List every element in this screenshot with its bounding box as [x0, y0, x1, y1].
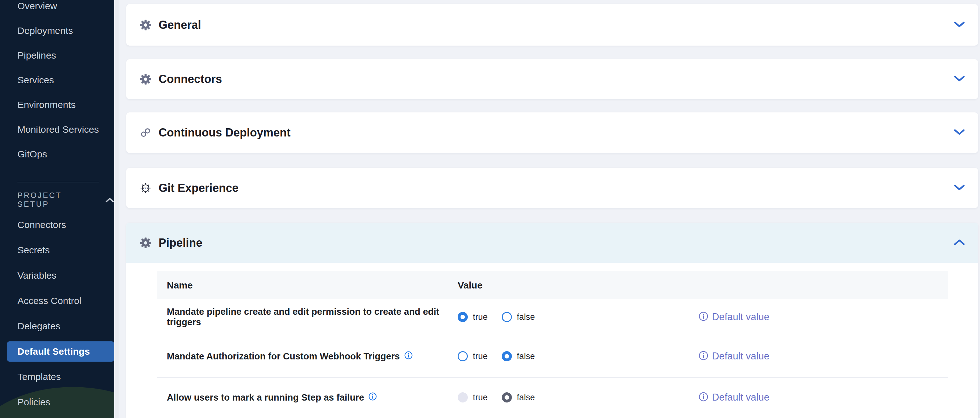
sidebar-item-connectors[interactable]: Connectors: [0, 212, 114, 238]
sidebar-item-services[interactable]: Services: [0, 68, 114, 92]
default-value-link[interactable]: Default value: [699, 350, 948, 362]
sidebar-item-delegates[interactable]: Delegates: [0, 314, 114, 339]
sidebar-item-gitops[interactable]: GitOps: [0, 142, 114, 166]
sidebar-item-secrets[interactable]: Secrets: [0, 238, 114, 263]
sidebar-group-project-setup[interactable]: PROJECT SETUP: [0, 187, 114, 212]
pipeline-settings-table: Name Value Mandate pipeline create and e…: [126, 263, 978, 417]
section-title: Continuous Deployment: [159, 126, 291, 139]
sidebar: Overview Deployments Pipelines Services …: [0, 0, 114, 418]
sidebar-item-templates[interactable]: Templates: [0, 364, 114, 390]
radio-false[interactable]: [502, 312, 512, 322]
section-pipeline: Pipeline Name Value Mandate pipeline cre…: [126, 223, 978, 418]
radio-true[interactable]: [458, 351, 468, 361]
setting-name: Mandate Authorization for Custom Webhook…: [167, 351, 458, 362]
section-git-experience: </> Git Experience: [126, 168, 978, 208]
sidebar-divider: [18, 182, 99, 182]
setting-value-radios: true false: [458, 312, 699, 322]
chevron-up-icon: [105, 196, 114, 204]
table-header-row: Name Value: [157, 271, 948, 299]
section-title: Pipeline: [159, 236, 202, 250]
gear-icon: [140, 19, 151, 31]
gear-icon: [140, 237, 151, 249]
link-rings-icon: [140, 127, 151, 139]
table-row: Mandate Authorization for Custom Webhook…: [157, 335, 948, 378]
section-pipeline-header[interactable]: Pipeline: [126, 223, 978, 263]
chevron-down-icon[interactable]: [954, 184, 965, 192]
info-icon[interactable]: [404, 351, 413, 362]
setting-value-radios: true false: [458, 351, 699, 361]
chevron-down-icon[interactable]: [954, 75, 965, 83]
section-git-experience-header[interactable]: </> Git Experience: [126, 168, 978, 208]
table-row: Mandate pipeline create and edit permiss…: [157, 299, 948, 335]
section-general-header[interactable]: General: [126, 4, 978, 46]
chevron-down-icon[interactable]: [954, 128, 965, 137]
chevron-down-icon[interactable]: [954, 21, 965, 29]
radio-true: [458, 392, 468, 402]
column-header-value: Value: [458, 280, 699, 291]
info-icon[interactable]: [369, 392, 377, 403]
info-icon: [699, 312, 708, 322]
setting-name: Mandate pipeline create and edit permiss…: [167, 307, 458, 328]
radio-true-label: true: [473, 312, 488, 322]
info-icon: [699, 392, 708, 403]
sidebar-item-pipelines[interactable]: Pipelines: [0, 43, 114, 68]
radio-true-label: true: [473, 393, 488, 402]
sidebar-item-deployments[interactable]: Deployments: [0, 18, 114, 43]
section-title: General: [159, 18, 201, 32]
sidebar-item-monitored-services[interactable]: Monitored Services: [0, 117, 114, 142]
sidebar-item-overview[interactable]: Overview: [0, 0, 114, 18]
sidebar-item-default-settings[interactable]: Default Settings: [0, 339, 114, 364]
section-title: Git Experience: [159, 182, 239, 195]
section-connectors-header[interactable]: Connectors: [126, 59, 978, 99]
setting-name: Allow users to mark a running Step as fa…: [167, 392, 458, 403]
section-general: General: [126, 4, 978, 46]
radio-false[interactable]: [502, 351, 512, 361]
info-icon: [699, 351, 708, 362]
default-value-link[interactable]: Default value: [699, 311, 948, 323]
sidebar-item-environments[interactable]: Environments: [0, 92, 114, 117]
radio-true[interactable]: [458, 312, 468, 322]
section-continuous-deployment: Continuous Deployment: [126, 112, 978, 153]
default-value-link[interactable]: Default value: [699, 392, 948, 403]
radio-false-label: false: [517, 352, 535, 361]
column-header-name: Name: [167, 280, 458, 291]
settings-main: General: [119, 0, 980, 418]
sidebar-item-variables[interactable]: Variables: [0, 263, 114, 288]
svg-text:</>: </>: [143, 187, 149, 190]
section-continuous-deployment-header[interactable]: Continuous Deployment: [126, 112, 978, 153]
radio-false-label: false: [517, 393, 535, 402]
sidebar-nav: Overview Deployments Pipelines Services …: [0, 0, 114, 415]
section-connectors: Connectors: [126, 59, 978, 99]
sidebar-scrollbar-track[interactable]: [114, 0, 119, 418]
radio-false-label: false: [517, 312, 535, 322]
radio-false[interactable]: [502, 392, 512, 402]
setting-value-radios: true false: [458, 392, 699, 402]
chevron-up-icon[interactable]: [954, 239, 965, 247]
radio-true-label: true: [473, 352, 488, 361]
sidebar-item-access-control[interactable]: Access Control: [0, 288, 114, 314]
table-row: Allow users to mark a running Step as fa…: [157, 378, 948, 417]
gear-code-icon: </>: [140, 182, 151, 194]
gear-icon: [140, 73, 151, 85]
section-title: Connectors: [159, 73, 222, 86]
sidebar-item-policies[interactable]: Policies: [0, 390, 114, 415]
